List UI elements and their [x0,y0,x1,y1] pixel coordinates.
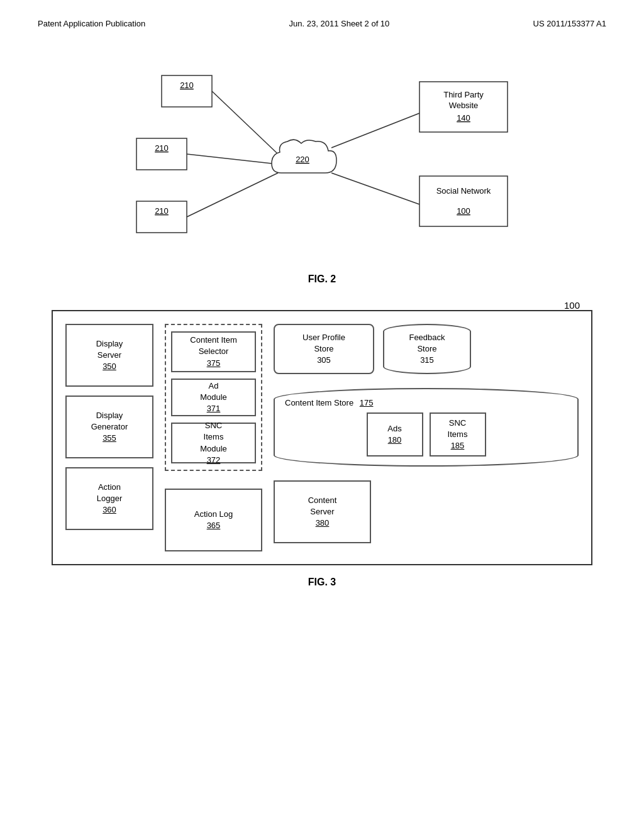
header-left: Patent Application Publication [38,19,145,28]
ad-module-num: 371 [207,403,221,414]
snc-items-num: 185 [451,440,465,451]
fig3-caption: FIG. 3 [308,577,336,588]
action-logger-num: 360 [103,504,116,516]
svg-line-10 [331,173,419,204]
col-mid: Content Item Selector 375 Ad Module 371 … [165,324,262,551]
feedback-store-box: Feedback Store 315 [383,324,471,374]
content-item-selector-label: Content Item Selector [190,335,236,357]
content-item-selector-num: 375 [207,358,221,369]
ad-module-label: Ad Module [200,380,227,403]
cis-inner-row: Ads 180 SNC Items 185 [285,412,567,456]
action-logger-box: Action Logger 360 [65,467,153,530]
col-right: User Profile Store 305 Feedback Store 31… [274,324,579,543]
svg-text:220: 220 [296,155,309,164]
ads-label: Ads [387,423,401,434]
fig2-caption: FIG. 2 [308,274,336,285]
display-server-label: Display Server [96,338,123,361]
user-profile-store-label: User Profile Store [303,332,345,355]
svg-text:Website: Website [449,101,479,110]
svg-line-7 [187,154,272,163]
ad-module-box: Ad Module 371 [171,379,256,416]
svg-text:140: 140 [457,113,470,123]
svg-line-9 [331,113,419,148]
feedback-store-label: Feedback Store [409,332,445,355]
content-item-selector-box: Content Item Selector 375 [171,331,256,372]
svg-text:Third Party: Third Party [443,90,484,99]
svg-text:Social Network: Social Network [436,186,491,196]
action-logger-label: Action Logger [97,482,122,504]
fig3-outer-label: 100 [564,300,580,311]
content-item-store-label: Content Item Store 175 [285,398,567,407]
header-center: Jun. 23, 2011 Sheet 2 of 10 [289,19,390,28]
snc-items-module-num: 372 [207,455,221,466]
svg-rect-16 [419,176,508,226]
patent-header: Patent Application Publication Jun. 23, … [38,19,606,28]
content-server-num: 380 [316,517,330,529]
snc-items-box: SNC Items 185 [430,412,486,456]
feedback-store-num: 315 [420,355,434,366]
snc-items-module-label: SNC Items Module [200,420,227,455]
fig3-section: 100 Display Server 350 Display Generator… [38,310,606,588]
svg-text:210: 210 [155,143,169,153]
display-generator-label: Display Generator [91,410,128,433]
user-profile-store-box: User Profile Store 305 [274,324,374,374]
fig2-diagram: 210 210 210 220 Third Party Websit [86,53,558,267]
content-server-box: Content Server 380 [274,480,371,543]
display-generator-num: 355 [103,433,116,444]
svg-text:210: 210 [155,206,169,216]
col-left: Display Server 350 Display Generator 355… [65,324,153,530]
snc-items-label: SNC Items [448,418,468,440]
action-log-num: 365 [207,520,221,531]
user-profile-store-num: 305 [317,355,331,366]
action-log-label: Action Log [194,509,233,520]
right-top-row: User Profile Store 305 Feedback Store 31… [274,324,579,374]
ads-num: 180 [388,434,402,446]
fig2-section: 210 210 210 220 Third Party Websit [38,53,606,285]
snc-items-module-box: SNC Items Module 372 [171,423,256,463]
display-generator-box: Display Generator 355 [65,396,153,458]
display-server-box: Display Server 350 [65,324,153,387]
cis-group: Content Item Selector 375 Ad Module 371 … [165,324,262,471]
ads-box: Ads 180 [367,412,423,456]
content-item-store-box: Content Item Store 175 Ads 180 SNC Items [274,388,579,467]
action-log-box: Action Log 365 [165,489,262,551]
fig3-outer-box: 100 Display Server 350 Display Generator… [52,310,592,565]
page: Patent Application Publication Jun. 23, … [0,0,644,830]
display-server-num: 350 [103,361,116,372]
svg-line-6 [212,91,278,154]
svg-text:210: 210 [180,80,194,90]
header-right: US 2011/153377 A1 [533,19,606,28]
svg-line-8 [187,173,278,217]
content-server-label: Content Server [308,495,337,517]
svg-text:100: 100 [457,206,470,216]
